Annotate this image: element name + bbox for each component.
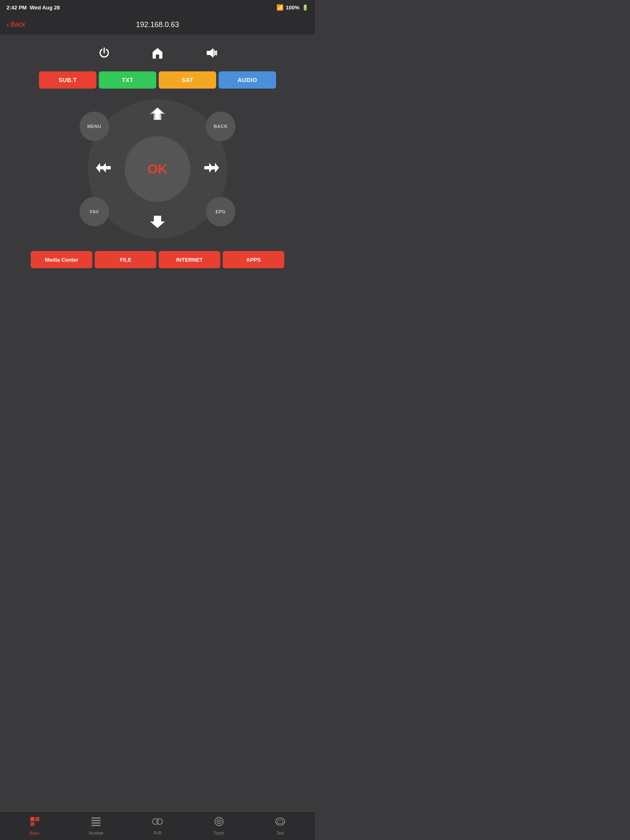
status-bar: 2:42 PM Wed Aug 28 📶 100% 🔋 [0,0,315,15]
txt-button[interactable]: TXT [99,71,156,89]
back-chevron-icon: ‹ [7,21,9,29]
status-time-date: 2:42 PM Wed Aug 28 [7,5,60,11]
media-button-row: Media Center FILE INTERNET APPS [12,251,303,268]
battery-icon: 🔋 [302,5,308,11]
status-right: 📶 100% 🔋 [276,4,308,11]
header-title: 192.168.0.63 [136,21,179,29]
subt-button[interactable]: SUB.T [39,71,96,89]
back-dpad-button[interactable]: BACK [206,112,235,141]
internet-button[interactable]: INTERNET [159,251,220,268]
mute-button[interactable] [201,43,221,63]
dpad-container: OK MENU BACK FAV EPG [88,99,227,239]
wifi-icon: 📶 [276,4,283,11]
menu-button[interactable]: MENU [80,112,109,141]
dpad-left-button[interactable] [96,163,111,175]
svg-marker-9 [152,217,163,227]
battery-level: 100% [286,5,299,11]
dpad-down-button[interactable] [150,216,165,231]
file-button[interactable]: FILE [95,251,156,268]
ok-label: OK [148,162,167,177]
dpad-up-button[interactable] [150,107,165,122]
apps-button[interactable]: APPS [223,251,284,268]
power-button[interactable] [94,43,114,63]
audio-button[interactable]: AUDIO [219,71,276,89]
header: ‹ Back 192.168.0.63 [0,15,315,34]
svg-rect-0 [156,55,159,59]
icon-row [12,43,303,63]
svg-marker-11 [96,163,105,173]
home-button[interactable] [147,43,168,63]
media-center-button[interactable]: Media Center [31,251,92,268]
svg-marker-1 [207,48,213,58]
fav-button[interactable]: FAV [80,197,109,226]
content-area: SUB.T TXT SAT AUDIO [0,34,315,276]
back-button[interactable]: ‹ Back [7,21,25,29]
sat-button[interactable]: SAT [159,71,216,89]
ok-button[interactable]: OK [125,136,190,202]
epg-button[interactable]: EPG [206,197,235,226]
svg-marker-13 [210,163,219,173]
svg-marker-7 [152,108,163,119]
back-label: Back [11,21,25,28]
dpad-right-button[interactable] [204,163,219,175]
color-button-row: SUB.T TXT SAT AUDIO [12,71,303,89]
